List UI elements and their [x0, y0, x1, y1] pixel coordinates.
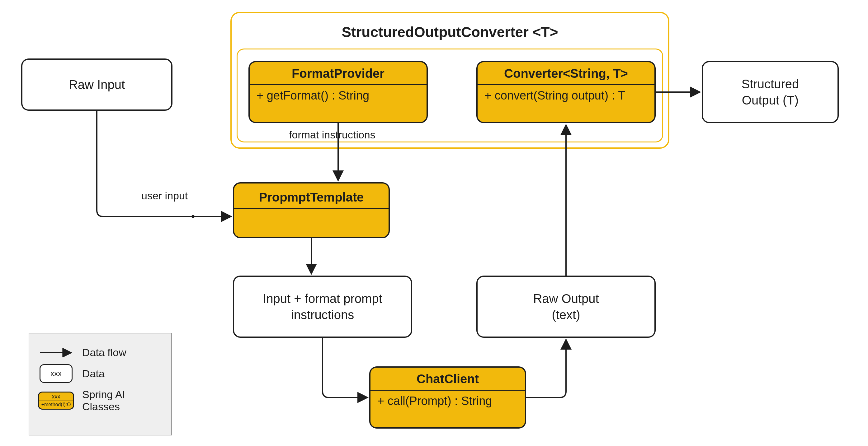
- format-provider-class: FormatProvider + getFormat() : String: [248, 61, 428, 123]
- edge-label-user-input: user input: [141, 190, 188, 202]
- raw-input-label: Raw Input: [69, 77, 125, 92]
- legend-arrow-icon: [37, 348, 75, 357]
- legend-class-icon-body: +method(I):O: [39, 401, 73, 409]
- legend-data-label: Data: [82, 368, 104, 380]
- legend-spring-ai-line2: Classes: [82, 401, 125, 413]
- converter-container-title: StructuredOutputConverter <T>: [230, 24, 670, 40]
- chat-client-class: ChatClient + call(Prompt) : String: [369, 366, 526, 428]
- legend-row-class: xxx +method(I):O Spring AI Classes: [37, 388, 163, 413]
- legend-data-icon-text: xxx: [39, 364, 72, 383]
- chat-client-title: ChatClient: [371, 368, 525, 390]
- prompt-template-class: PropmptTemplate: [233, 182, 390, 238]
- legend-data-icon: xxx: [37, 364, 75, 383]
- converter-title: Converter<String, T>: [477, 62, 654, 84]
- converter-class: Converter<String, T> + convert(String ou…: [476, 61, 656, 123]
- raw-output-box: Raw Output (text): [476, 276, 656, 338]
- raw-output-line1: Raw Output: [533, 291, 599, 306]
- edge-label-format-instructions: format instructions: [289, 129, 375, 141]
- legend-class-label: Spring AI Classes: [82, 388, 125, 413]
- legend-class-icon: xxx +method(I):O: [37, 391, 75, 409]
- legend-dataflow-label: Data flow: [82, 346, 126, 358]
- legend-box: Data flow xxx Data xxx +method(I):O Spri…: [29, 333, 172, 436]
- combined-prompt-box: Input + format prompt instructions: [233, 276, 412, 338]
- format-provider-method: + getFormat() : String: [250, 85, 427, 107]
- svg-point-0: [191, 215, 194, 218]
- structured-output-line1: Structured: [742, 76, 799, 92]
- prompt-template-title: PropmptTemplate: [234, 183, 389, 208]
- legend-row-dataflow: Data flow: [37, 346, 163, 358]
- legend-class-icon-header: xxx: [39, 392, 73, 401]
- raw-output-line2: (text): [552, 307, 580, 322]
- prompt-template-body: [234, 209, 389, 237]
- combined-prompt-line2: instructions: [291, 307, 354, 322]
- format-provider-title: FormatProvider: [250, 62, 427, 84]
- legend-spring-ai-line1: Spring AI: [82, 388, 125, 401]
- diagram-canvas: StructuredOutputConverter <T> Raw Input …: [0, 0, 868, 446]
- converter-method: + convert(String output) : T: [477, 85, 654, 107]
- chat-client-method: + call(Prompt) : String: [371, 391, 525, 413]
- structured-output-line2: Output (T): [742, 93, 799, 108]
- legend-row-data: xxx Data: [37, 364, 163, 383]
- structured-output-box: Structured Output (T): [702, 61, 839, 123]
- combined-prompt-line1: Input + format prompt: [263, 291, 382, 306]
- raw-input-box: Raw Input: [21, 59, 173, 111]
